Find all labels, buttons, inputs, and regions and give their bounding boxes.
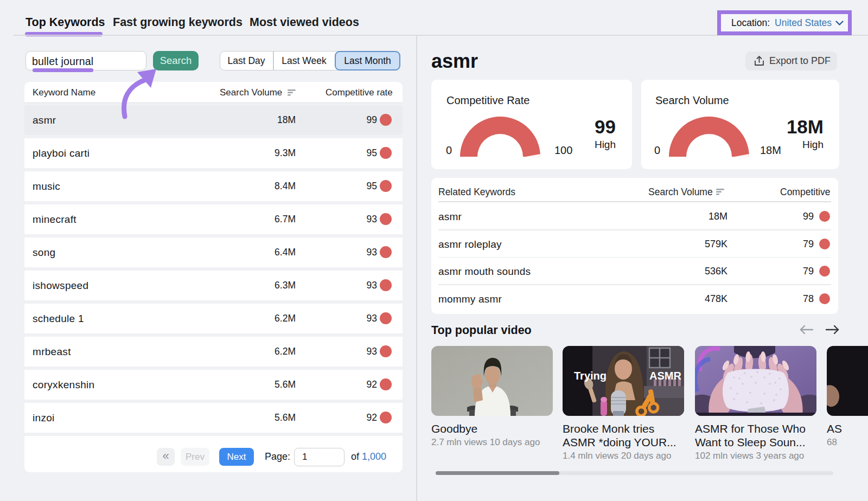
svg-text:Trying: Trying [574, 370, 607, 382]
svg-text:ASMR: ASMR [649, 370, 681, 382]
